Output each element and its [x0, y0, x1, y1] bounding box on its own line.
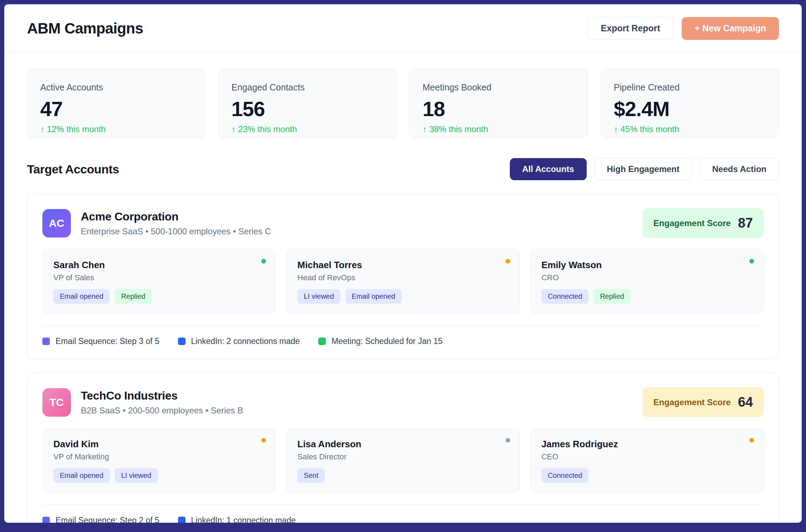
- contact-card-david-kim[interactable]: David Kim VP of Marketing Email opened L…: [42, 428, 276, 492]
- stat-card-pipeline-created: Pipeline Created $2.4M ↑ 45% this month: [601, 68, 779, 138]
- header: ABM Campaigns Export Report + New Campai…: [4, 4, 802, 53]
- status-dot: [749, 259, 754, 264]
- stat-label: Engaged Contacts: [231, 82, 383, 93]
- status-dot: [261, 259, 266, 264]
- timeline-label: LinkedIn: 1 connection made: [191, 516, 296, 523]
- activity-badge: Email opened: [53, 468, 110, 483]
- stat-value: $2.4M: [614, 97, 766, 121]
- engagement-score-value: 64: [738, 395, 753, 410]
- stats-row: Active Accounts 47 ↑ 12% this month Enga…: [4, 53, 802, 138]
- stat-card-engaged-contacts: Engaged Contacts 156 ↑ 23% this month: [218, 68, 397, 138]
- activity-badge: Replied: [593, 289, 630, 304]
- stat-delta: ↑ 38% this month: [423, 124, 575, 134]
- account-filters: All Accounts High Engagement Needs Actio…: [510, 158, 779, 180]
- contact-role: VP of Sales: [53, 273, 265, 282]
- engagement-score-label: Engagement Score: [653, 218, 731, 228]
- account-meta: Enterprise SaaS • 500-1000 employees • S…: [81, 226, 633, 236]
- stat-delta: ↑ 45% this month: [614, 124, 766, 134]
- engagement-score-label: Engagement Score: [653, 397, 731, 407]
- stat-delta: ↑ 12% this month: [40, 124, 192, 134]
- activity-badge: LI viewed: [115, 468, 158, 483]
- status-dot: [506, 259, 510, 264]
- timeline-item-linkedin: LinkedIn: 1 connection made: [178, 516, 296, 523]
- header-actions: Export Report + New Campaign: [588, 17, 779, 40]
- stat-value: 47: [40, 97, 192, 121]
- stat-value: 18: [423, 97, 575, 121]
- timeline-label: Email Sequence: Step 3 of 5: [56, 337, 159, 346]
- contact-name: Lisa Anderson: [297, 439, 508, 449]
- section-title: Target Accounts: [27, 162, 119, 176]
- contact-role: CEO: [541, 452, 753, 461]
- campaign-timeline: Email Sequence: Step 2 of 5 LinkedIn: 1 …: [42, 505, 764, 523]
- stat-value: 156: [231, 97, 383, 121]
- app-frame: ABM Campaigns Export Report + New Campai…: [0, 0, 806, 532]
- contact-badges: LI viewed Email opened: [297, 289, 508, 304]
- activity-badge: Connected: [541, 468, 589, 483]
- status-dot: [261, 438, 266, 443]
- timeline-label: Meeting: Scheduled for Jan 15: [331, 337, 443, 346]
- tab-needs-action[interactable]: Needs Action: [700, 158, 779, 180]
- activity-badge: LI viewed: [297, 289, 340, 304]
- account-card-techco: TC TechCo Industries B2B SaaS • 200-500 …: [27, 373, 779, 523]
- timeline-label: LinkedIn: 2 connections made: [191, 337, 300, 346]
- contact-badges: Email opened LI viewed: [53, 468, 265, 483]
- contact-name: David Kim: [53, 439, 265, 449]
- activity-badge: Connected: [541, 289, 589, 304]
- timeline-item-email-sequence: Email Sequence: Step 2 of 5: [42, 516, 159, 523]
- contact-card-emily-watson[interactable]: Emily Watson CRO Connected Replied: [530, 249, 764, 313]
- page-title: ABM Campaigns: [27, 20, 143, 37]
- stat-card-active-accounts: Active Accounts 47 ↑ 12% this month: [27, 68, 205, 138]
- account-header: TC TechCo Industries B2B SaaS • 200-500 …: [42, 387, 764, 417]
- timeline-color-swatch: [42, 517, 50, 523]
- tab-high-engagement[interactable]: High Engagement: [595, 158, 692, 180]
- stat-label: Pipeline Created: [614, 82, 766, 93]
- page: ABM Campaigns Export Report + New Campai…: [4, 4, 802, 523]
- engagement-score-badge: Engagement Score 87: [643, 208, 764, 238]
- account-identity: TechCo Industries B2B SaaS • 200-500 emp…: [81, 389, 633, 416]
- contact-badges: Email opened Replied: [53, 289, 265, 304]
- timeline-color-swatch: [178, 517, 185, 523]
- timeline-item-meeting: Meeting: Scheduled for Jan 15: [318, 337, 443, 346]
- account-identity: Acme Corporation Enterprise SaaS • 500-1…: [81, 210, 633, 236]
- account-card-acme: AC Acme Corporation Enterprise SaaS • 50…: [27, 194, 779, 359]
- contact-name: James Rodriguez: [541, 439, 753, 449]
- contact-role: Sales Director: [297, 452, 508, 461]
- account-name: TechCo Industries: [81, 389, 633, 402]
- timeline-color-swatch: [42, 338, 50, 345]
- contact-role: CRO: [541, 273, 753, 282]
- timeline-color-swatch: [178, 338, 185, 345]
- activity-badge: Email opened: [53, 289, 110, 304]
- contact-name: Michael Torres: [297, 260, 508, 270]
- account-avatar: TC: [42, 388, 71, 417]
- account-header: AC Acme Corporation Enterprise SaaS • 50…: [42, 208, 764, 238]
- timeline-label: Email Sequence: Step 2 of 5: [56, 516, 159, 523]
- contact-name: Emily Watson: [541, 260, 753, 270]
- status-dot: [749, 438, 754, 443]
- activity-badge: Email opened: [345, 289, 402, 304]
- contact-name: Sarah Chen: [53, 260, 265, 270]
- activity-badge: Replied: [115, 289, 152, 304]
- contact-badges: Connected Replied: [541, 289, 753, 304]
- account-list: AC Acme Corporation Enterprise SaaS • 50…: [4, 180, 802, 523]
- contacts-row: Sarah Chen VP of Sales Email opened Repl…: [42, 249, 764, 313]
- account-avatar: AC: [42, 209, 71, 238]
- stat-card-meetings-booked: Meetings Booked 18 ↑ 38% this month: [409, 68, 588, 138]
- account-name: Acme Corporation: [81, 210, 633, 223]
- new-campaign-button[interactable]: + New Campaign: [682, 17, 779, 40]
- timeline-item-email-sequence: Email Sequence: Step 3 of 5: [42, 337, 159, 346]
- contact-card-james-rodriguez[interactable]: James Rodriguez CEO Connected: [530, 428, 764, 492]
- contact-badges: Connected: [541, 468, 753, 483]
- stat-label: Active Accounts: [40, 82, 192, 93]
- contact-card-sarah-chen[interactable]: Sarah Chen VP of Sales Email opened Repl…: [42, 249, 276, 313]
- export-report-button[interactable]: Export Report: [588, 17, 674, 40]
- tab-all-accounts[interactable]: All Accounts: [510, 158, 587, 180]
- target-accounts-header: Target Accounts All Accounts High Engage…: [4, 138, 802, 180]
- contact-role: VP of Marketing: [53, 452, 265, 461]
- engagement-score-value: 87: [738, 215, 753, 231]
- campaign-timeline: Email Sequence: Step 3 of 5 LinkedIn: 2 …: [42, 325, 764, 346]
- timeline-item-linkedin: LinkedIn: 2 connections made: [178, 337, 300, 346]
- status-dot: [506, 438, 510, 443]
- contact-card-michael-torres[interactable]: Michael Torres Head of RevOps LI viewed …: [286, 249, 519, 313]
- contact-card-lisa-anderson[interactable]: Lisa Anderson Sales Director Sent: [286, 428, 519, 492]
- contacts-row: David Kim VP of Marketing Email opened L…: [42, 428, 764, 492]
